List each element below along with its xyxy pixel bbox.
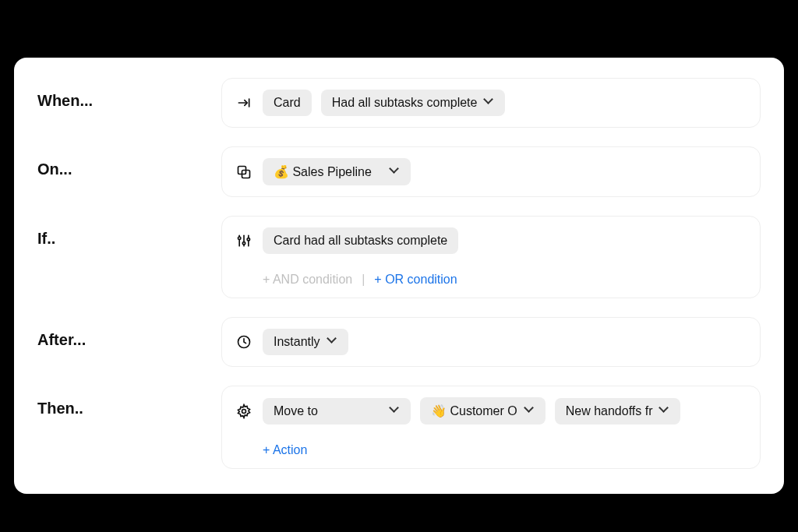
chevron-down-icon <box>328 337 337 347</box>
gear-icon <box>235 402 253 421</box>
after-card: Instantly <box>221 317 761 367</box>
after-label: After... <box>37 317 221 349</box>
if-condition-row: Card had all subtasks complete <box>235 227 747 254</box>
on-label: On... <box>37 146 221 178</box>
add-action[interactable]: + Action <box>263 443 307 457</box>
then-action-row: Move to 👋 Customer O New handoffs fr <box>235 397 747 425</box>
filter-icon <box>235 231 253 250</box>
when-label: When... <box>37 78 221 110</box>
if-add-row: + AND condition | + OR condition <box>235 273 747 287</box>
condition-divider: | <box>362 273 365 287</box>
trigger-chip[interactable]: Had all subtasks complete <box>321 90 506 116</box>
on-card: 💰 Sales Pipeline <box>221 146 761 197</box>
then-card: Move to 👋 Customer O New handoffs fr + A… <box>221 386 761 469</box>
entity-chip-label: Card <box>274 96 301 110</box>
then-label: Then.. <box>37 386 221 417</box>
svg-point-4 <box>247 238 249 241</box>
then-row: Then.. Move to 👋 Customer O <box>37 386 761 469</box>
entity-chip[interactable]: Card <box>263 90 312 116</box>
action-select[interactable]: Move to <box>263 398 411 425</box>
add-and-condition[interactable]: + AND condition <box>263 273 352 287</box>
svg-point-3 <box>242 242 245 245</box>
condition-chip[interactable]: Card had all subtasks complete <box>263 227 458 254</box>
automation-builder: When... Card Had all subtasks complete O… <box>14 58 784 494</box>
trigger-icon <box>235 93 253 112</box>
action-select-label: Move to <box>274 404 318 418</box>
clock-icon <box>235 333 253 351</box>
chevron-down-icon <box>390 167 400 177</box>
svg-point-2 <box>238 237 241 239</box>
target-board-select[interactable]: 👋 Customer O <box>420 397 546 425</box>
if-label: If.. <box>37 216 221 248</box>
then-add-row: + Action <box>235 443 747 457</box>
if-row: If.. Card had all subtasks complete + AN… <box>37 216 761 298</box>
chevron-down-icon <box>390 407 400 416</box>
chevron-down-icon <box>485 98 494 107</box>
board-icon <box>235 163 253 181</box>
svg-point-6 <box>242 409 246 413</box>
chevron-down-icon <box>660 407 669 416</box>
add-or-condition[interactable]: + OR condition <box>374 273 457 287</box>
trigger-chip-label: Had all subtasks complete <box>332 96 478 110</box>
target-list-label: New handoffs fr <box>566 404 653 418</box>
target-list-select[interactable]: New handoffs fr <box>555 398 681 425</box>
after-row: After... Instantly <box>37 317 761 367</box>
condition-chip-label: Card had all subtasks complete <box>274 234 447 248</box>
when-row: When... Card Had all subtasks complete <box>37 78 761 128</box>
target-board-label: 👋 Customer O <box>431 403 517 418</box>
board-select[interactable]: 💰 Sales Pipeline <box>263 158 411 185</box>
timing-select-label: Instantly <box>274 335 320 349</box>
board-select-label: 💰 Sales Pipeline <box>274 164 372 179</box>
if-card: Card had all subtasks complete + AND con… <box>221 216 761 298</box>
chevron-down-icon <box>525 407 535 416</box>
on-row: On... 💰 Sales Pipeline <box>37 146 761 197</box>
timing-select[interactable]: Instantly <box>263 329 348 355</box>
when-card: Card Had all subtasks complete <box>221 78 761 128</box>
